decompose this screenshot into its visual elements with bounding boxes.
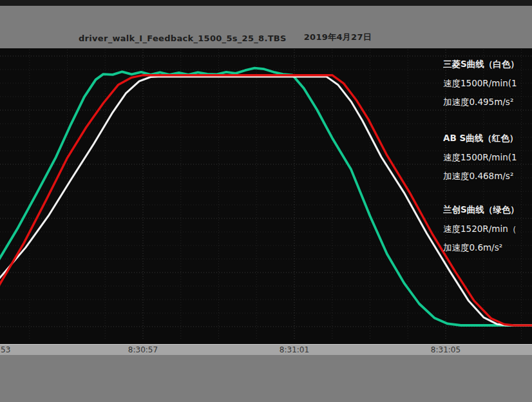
chart-area: 三菱S曲线（白色） 速度1500R/min(1 加速度0.495m/s² AB … [0, 48, 532, 344]
legend-accel-green: 加速度0.6m/s² [443, 238, 519, 258]
legend-block-red: AB S曲线（红色） 速度1500R/min(1 加速度0.468m/s² [443, 129, 518, 186]
legend-speed-green: 速度1520R/min（ [443, 220, 519, 239]
x-tick-label: 8:31:01 [280, 345, 309, 355]
legend-speed-white: 速度1500R/min(1 [443, 74, 519, 93]
screen: driver_walk_I_Feedback_1500_5s_25_8.TBS … [0, 0, 532, 402]
x-tick-label: 8:30:57 [128, 345, 158, 355]
legend-block-white: 三菱S曲线（白色） 速度1500R/min(1 加速度0.495m/s² [443, 55, 519, 112]
file-title: driver_walk_I_Feedback_1500_5s_25_8.TBS [79, 34, 287, 43]
legend: 三菱S曲线（白色） 速度1500R/min(1 加速度0.495m/s² AB … [443, 48, 532, 344]
footer-area [0, 355, 532, 402]
legend-title-green: 兰创S曲线（绿色） [443, 200, 519, 220]
x-axis-strip: 538:30:578:31:018:31:05 [0, 344, 532, 355]
legend-speed-red: 速度1500R/min(1 [443, 148, 518, 168]
top-strip [0, 0, 532, 6]
legend-title-white: 三菱S曲线（白色） [443, 55, 519, 74]
x-tick-label: 53 [1, 345, 10, 355]
legend-block-green: 兰创S曲线（绿色） 速度1520R/min（ 加速度0.6m/s² [443, 200, 519, 258]
legend-accel-white: 加速度0.495m/s² [443, 93, 519, 112]
capture-date: 2019年4月27日 [304, 32, 372, 43]
x-tick-label: 8:31:05 [431, 345, 461, 355]
title-bar: driver_walk_I_Feedback_1500_5s_25_8.TBS … [0, 6, 532, 48]
legend-accel-red: 加速度0.468m/s² [443, 167, 518, 186]
legend-title-red: AB S曲线（红色） [443, 129, 518, 148]
